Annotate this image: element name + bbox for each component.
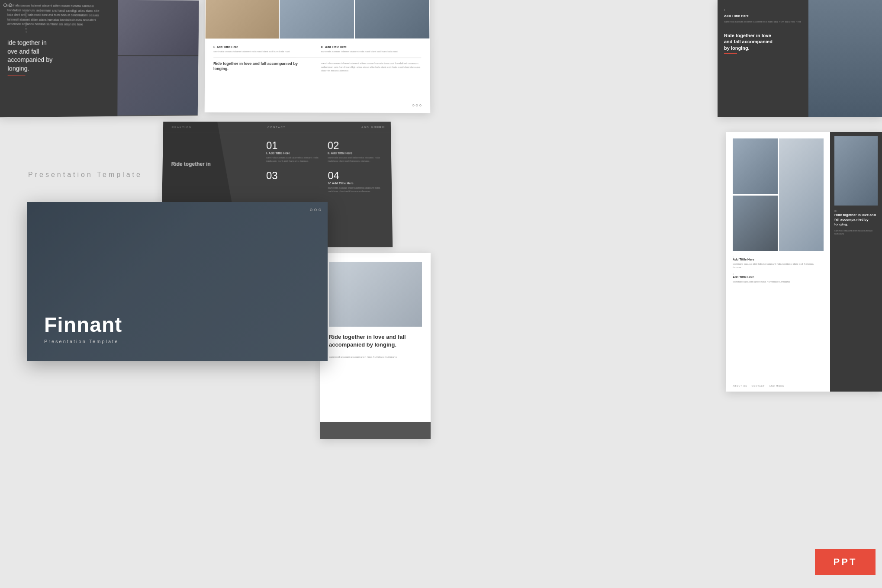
slide-tc-bottom-row: Ride together in love and fall accompani… (213, 61, 422, 74)
fr-right-photo (834, 136, 878, 206)
slide-tc-photo-3 (355, 0, 430, 39)
slide-tc-divider (213, 58, 421, 58)
slide-tr-num: I. (724, 9, 802, 12)
dot-3 (419, 104, 422, 106)
slide-tc-photo-1 (206, 0, 279, 39)
slide-ml-dots (375, 126, 384, 128)
slide-ml-grid: 01 I. Add Tittle Here saminala sasuas at… (266, 140, 383, 193)
main-dot-3 (319, 209, 321, 211)
slide-main-dots (310, 209, 321, 211)
fr-nav-2: CONTACT (751, 385, 765, 387)
dot-2 (416, 104, 418, 106)
slide-main: Finnant Presentation Template (27, 202, 328, 361)
slide-tc-photo-2 (280, 0, 354, 39)
slide-tc-item1-title: I. Add Tittle Here (213, 45, 312, 48)
slide-ml-item-04: 04 IV. Add Tittle Here saminala sasuas a… (328, 170, 383, 193)
slide-ml-num-01: 01 (266, 140, 321, 152)
slide-top-left: saminala sasuas talamei atasent atiten n… (0, 0, 199, 117)
fr-photo-1 (733, 138, 778, 194)
slide-ml-body-iv: saminala sasuas atali talamelsa atasant:… (328, 186, 383, 193)
slide-top-center: I. Add Tittle Here saminala sasuas talam… (205, 0, 431, 113)
fr-right-big-text: Ride together in love and fall accompa n… (834, 212, 878, 227)
slide-ml-item-01: 01 I. Add Tittle Here saminala sasuas at… (266, 140, 321, 163)
slide-mr-content: Ride together in love and fall accompani… (320, 253, 431, 368)
fr-right-small-text: saminasil attasant atiten nusa humelatu … (834, 229, 878, 236)
slide-fr-right: III. Ride together in love and fall acco… (830, 132, 882, 392)
main-dot-2 (314, 209, 317, 211)
slide-mr-big-text: Ride together in love and fall accompani… (329, 333, 422, 349)
ppt-badge: PPT (815, 549, 876, 575)
slide-fr-left: I. Add Tittle Here saminala sasuas atali… (726, 132, 830, 392)
slide-mr-small-text: saminasil attasant attasant alten nusa h… (329, 355, 422, 359)
slide-tl-photo-top (118, 0, 199, 56)
circle-1 (3, 3, 7, 7)
dot-1 (412, 104, 415, 106)
slide-ml-item-03: 03 (266, 170, 322, 193)
fr-nav-3: AND MORE (769, 385, 784, 387)
slide-far-right: I. Add Tittle Here saminala sasuas atali… (726, 132, 882, 392)
slide-tc-content: I. Add Tittle Here saminala sasuas talam… (205, 39, 430, 80)
slide-ml-body-i: saminala sasuas atali talamelsa atasant:… (266, 156, 321, 163)
slide-tr-underline (724, 53, 737, 54)
slide-tl-headline: ide together in ove and fall accompanied… (7, 39, 52, 73)
slide-ml-title-iv: IV. Add Tittle Here (328, 182, 383, 185)
slide-ml-title-i: I. Add Tittle Here (266, 151, 321, 154)
ml-dot-1 (375, 126, 377, 128)
slide-fr-nav: ABOUT US CONTACT AND MORE (733, 385, 784, 387)
fr-photo-2 (733, 196, 778, 251)
slide-tc-items: I. Add Tittle Here saminala sasuas talam… (213, 45, 421, 53)
slide-fr-items: I. Add Tittle Here saminala sasuas atali… (733, 255, 824, 283)
slide-tc-dots (412, 104, 422, 106)
slide-tr-body: saminala sasuas talamei atasent nala nas… (724, 20, 802, 24)
slide-tr-photo (808, 0, 882, 117)
slide-fr-inner: I. Add Tittle Here saminala sasuas atali… (726, 132, 882, 392)
slide-fr-photos (733, 138, 824, 251)
window-controls (3, 3, 12, 7)
slide-tl-small-text: saminala sasuas talamei atasent atiten n… (7, 3, 104, 27)
slide-tc-item-1: I. Add Tittle Here saminala sasuas talam… (213, 45, 312, 53)
slide-tc-main-text: Ride together in love and fall accompani… (213, 61, 312, 72)
fr-body-ii: saminasil attasant alten nusa humelatu n… (733, 280, 824, 283)
slide-tl-photo-bottom (117, 56, 198, 116)
slide-ml-title-ii: II. Add Tittle Here (328, 151, 383, 154)
presentation-template-text: Presentation Template (28, 171, 142, 178)
slide-ml-body-ii: saminala sasuas atali talamelsa atasant:… (328, 156, 383, 163)
slide-tl-main-text: ide together in ove and fall accompanied… (7, 39, 52, 76)
slide-tc-item1-body: saminala sasuas talamei atasent nala nas… (213, 50, 312, 53)
presentation-template-label: Presentation Template (28, 171, 142, 179)
nav-item-2: CONTACT (267, 126, 286, 129)
ml-dot-3 (382, 126, 384, 128)
slide-tr-left: I. Add Tittle Here saminala sasuas talam… (718, 0, 808, 117)
slide-middle-right: Ride together in love and fall accompani… (320, 253, 431, 439)
slide-ml-item-02: 02 II. Add Tittle Here saminala sasuas a… (328, 140, 383, 163)
slide-tl-vertical-text: CONTACT (25, 12, 27, 34)
slide-main-subtitle: Presentation Template (44, 339, 122, 344)
slide-tc-item-2: II. Add Tittle Here saminala sasuas tala… (321, 45, 422, 53)
slide-tc-side-text: saminala sasuas talamei atasent atiten n… (321, 61, 421, 72)
ppt-label: PPT (834, 556, 857, 568)
slide-tr-big-text: Ride together in love and fall accompani… (724, 32, 802, 51)
slide-mr-photo (329, 262, 422, 327)
slide-tl-underline (8, 75, 26, 76)
slide-mr-bottom-bar (320, 422, 431, 439)
main-dot-1 (310, 209, 312, 211)
slide-ml-num-04: 04 (328, 170, 383, 182)
fr-photo-tall (779, 138, 824, 251)
slide-tc-item2-body: saminala sasuas talamei atasent nala nas… (321, 50, 422, 53)
slide-main-content: Finnant Presentation Template (44, 313, 122, 344)
slide-ml-num-03: 03 (266, 170, 321, 182)
slide-main-title: Finnant (44, 313, 122, 337)
circle-2 (9, 3, 12, 7)
ml-dot-2 (379, 126, 381, 128)
fr-body-i: saminala sasuas atali talamei atasant na… (733, 262, 824, 270)
slide-tr-inner: I. Add Tittle Here saminala sasuas talam… (718, 0, 882, 117)
slide-tr-title: Add Tittle Here (724, 14, 802, 18)
slide-tc-item2-title: II. Add Tittle Here (321, 45, 422, 48)
fr-title-ii: Add Tittle Here (733, 276, 824, 279)
slide-ml-num-02: 02 (328, 140, 383, 152)
slide-top-right: I. Add Tittle Here saminala sasuas talam… (718, 0, 882, 117)
fr-title-i: Add Tittle Here (733, 258, 824, 261)
fr-nav-1: ABOUT US (733, 385, 747, 387)
slide-tc-photos (205, 0, 430, 39)
